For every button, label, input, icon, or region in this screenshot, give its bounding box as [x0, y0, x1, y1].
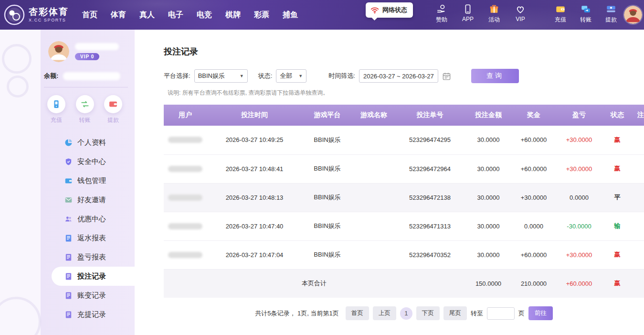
date-range-value: 2026-03-27 ~ 2026-03-27 [363, 73, 434, 80]
user-cell [164, 126, 207, 154]
prize-cell: +60.0000 [512, 154, 555, 183]
user-cell [164, 240, 207, 269]
sidebar-action-transfer-button[interactable]: 转账 [76, 95, 94, 124]
page-title: 投注记录 [164, 46, 644, 57]
last-page-button[interactable]: 尾页 [443, 306, 467, 320]
topnav-nav-withdraw-button[interactable]: 提款 [601, 4, 622, 24]
nav-item-4[interactable]: 电子 [168, 10, 183, 20]
time-cell: 2026-03-27 10:48:41 [207, 154, 302, 183]
column-header-2: 投注时间 [207, 105, 302, 126]
nav-transfer-icon [581, 4, 591, 14]
sidebar-item-3[interactable]: 钱包管理 [0, 171, 135, 190]
table-wrap: 用户投注时间游戏平台游戏名称投注单号投注金额奖金盈亏状态注单详情 2026-03… [164, 105, 644, 298]
topnav-vip-button[interactable]: VIP [510, 4, 531, 24]
account-changes-icon [64, 292, 73, 300]
sidebar-action-deposit-button[interactable]: 充值 [47, 95, 65, 124]
user-avatar[interactable] [624, 6, 642, 24]
topnav-icon-label: 提款 [605, 16, 617, 24]
topnav-icon-label: VIP [516, 16, 525, 22]
sidebar-item-2[interactable]: 安全中心 [0, 152, 135, 171]
amount-cell: 30.0000 [465, 240, 512, 269]
nav-item-1[interactable]: 首页 [82, 10, 97, 20]
brand-logo[interactable]: 杏彩体育 X.CC SPORTS [0, 4, 72, 25]
table-body: 2026-03-27 10:49:25BBIN娱乐52329647429530.… [164, 126, 644, 298]
nav-item-6[interactable]: 棋牌 [225, 10, 241, 20]
action-transfer-icon [76, 95, 94, 113]
sidebar-action-withdraw-button[interactable]: 提款 [104, 95, 122, 124]
bet-records-table: 用户投注时间游戏平台游戏名称投注单号投注金额奖金盈亏状态注单详情 2026-03… [164, 105, 644, 298]
platform-select[interactable]: BBIN娱乐 [194, 69, 248, 83]
sidebar-avatar[interactable] [48, 41, 69, 62]
sidebar-item-8[interactable]: 投注记录 [52, 267, 135, 286]
sidebar-item-5[interactable]: 优惠中心 [0, 209, 135, 228]
vip-icon [515, 4, 526, 14]
next-page-button[interactable]: 下页 [416, 306, 440, 320]
column-header-3: 游戏平台 [302, 105, 352, 126]
summary-prize: 210.0000 [512, 269, 555, 298]
prev-page-button[interactable]: 上页 [373, 306, 396, 320]
watermark-ring [7, 76, 29, 97]
wallet-icon [64, 177, 73, 185]
nav-item-5[interactable]: 电竞 [197, 10, 212, 20]
user-cell [164, 212, 207, 240]
nav-item-7[interactable]: 彩票 [254, 10, 269, 20]
topnav-sponsor-button[interactable]: 赞助 [431, 4, 452, 24]
topnav-icon-label: APP [462, 16, 474, 22]
profit-cell: +30.0000 [555, 126, 603, 154]
go-button[interactable]: 前往 [528, 306, 553, 320]
query-button[interactable]: 查询 [471, 69, 519, 83]
sidebar-item-1[interactable]: 个人资料 [0, 133, 135, 152]
topnav-nav-transfer-button[interactable]: 转账 [575, 4, 596, 24]
amount-cell: 30.0000 [465, 183, 512, 212]
topnav-activity-button[interactable]: 活动 [484, 4, 505, 24]
nav-item-3[interactable]: 真人 [139, 10, 155, 20]
balance-row: 余额: [44, 72, 128, 87]
game-cell [352, 240, 395, 269]
topnav-nav-deposit-button[interactable]: 充值 [550, 4, 571, 24]
platform-cell: BBIN娱乐 [302, 126, 352, 154]
topnav-app-button[interactable]: APP [457, 4, 478, 24]
prize-cell: +30.0000 [512, 183, 555, 212]
calendar-icon[interactable] [442, 72, 451, 81]
amount-cell: 30.0000 [465, 126, 512, 154]
summary-profit: +60.0000 [555, 269, 603, 298]
redacted-username [168, 252, 202, 258]
first-page-button[interactable]: 首页 [346, 306, 369, 320]
filter-bar: 平台选择: BBIN娱乐 状态: 全部 时间筛选: 2026-03-27 ~ 2… [164, 69, 644, 83]
nav-item-8[interactable]: 捕鱼 [283, 10, 298, 20]
date-range-input[interactable]: 2026-03-27 ~ 2026-03-27 [359, 69, 438, 83]
promo-icon [64, 215, 73, 223]
activity-icon [489, 4, 499, 14]
game-cell [352, 183, 395, 212]
sidebar-item-label: 安全中心 [77, 157, 106, 166]
top-navbar: 杏彩体育 X.CC SPORTS 首页体育真人电子电竞棋牌彩票捕鱼 网络状态 赞… [0, 0, 644, 30]
deposit-withdraw-records-icon [64, 311, 73, 319]
sidebar-item-7[interactable]: 盈亏报表 [0, 248, 135, 267]
prize-cell: +60.0000 [512, 126, 555, 154]
wifi-icon [370, 5, 380, 15]
column-header-4: 游戏名称 [352, 105, 395, 126]
detail-cell: 查看 [632, 240, 644, 269]
topnav-icon-label: 充值 [555, 16, 566, 24]
network-status-button[interactable]: 网络状态 [366, 2, 413, 18]
platform-select-label: 平台选择: [164, 72, 190, 80]
detail-cell: 查看 [632, 154, 644, 183]
sponsor-icon [436, 4, 447, 14]
topnav-icon-label: 赞助 [436, 16, 447, 24]
sidebar-action-label: 充值 [51, 116, 62, 124]
profit-cell: -30.0000 [555, 212, 603, 240]
time-cell: 2026-03-27 10:48:13 [207, 183, 302, 212]
sidebar-item-label: 盈亏报表 [77, 253, 106, 262]
nav-withdraw-icon [606, 4, 616, 14]
status-select[interactable]: 全部 [276, 69, 306, 83]
nav-deposit-icon [555, 4, 566, 14]
detail-cell: 查看 [632, 126, 644, 154]
sidebar-item-label: 账变记录 [77, 291, 106, 300]
nav-item-2[interactable]: 体育 [111, 10, 126, 20]
current-page-button[interactable]: 1 [400, 307, 412, 320]
goto-page-input[interactable] [487, 307, 515, 320]
sidebar-item-6[interactable]: 返水报表 [0, 228, 135, 248]
rebate-report-icon [64, 234, 73, 242]
sidebar-item-4[interactable]: 好友邀请 [0, 190, 135, 209]
prize-cell: +60.0000 [512, 240, 555, 269]
